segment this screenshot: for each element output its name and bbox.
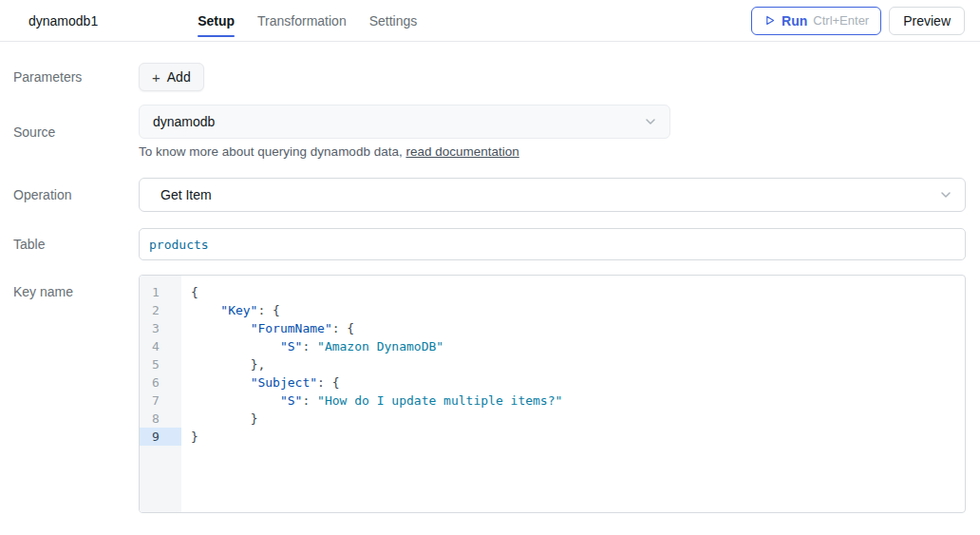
operation-row: Operation Get Item: [0, 178, 966, 212]
preview-button[interactable]: Preview: [889, 7, 965, 35]
key-name-editor[interactable]: 123456789 { "Key": { "ForumName": { "S":…: [139, 275, 966, 513]
editor-code-area[interactable]: { "Key": { "ForumName": { "S": "Amazon D…: [181, 276, 965, 512]
line-number: 6: [140, 373, 181, 392]
line-number: 7: [140, 392, 181, 410]
parameters-label: Parameters: [0, 69, 139, 85]
operation-select[interactable]: Get Item: [139, 178, 966, 212]
tab-settings[interactable]: Settings: [369, 0, 418, 41]
code-line[interactable]: },: [191, 355, 955, 373]
line-number: 3: [140, 319, 181, 337]
line-number: 5: [140, 355, 181, 373]
query-name[interactable]: dynamodb1: [28, 13, 98, 29]
table-input[interactable]: [139, 228, 966, 260]
operation-label: Operation: [0, 187, 139, 202]
code-line[interactable]: "ForumName": {: [191, 319, 955, 337]
line-number: 9: [140, 428, 181, 446]
chevron-down-icon: [643, 114, 658, 129]
tab-setup[interactable]: Setup: [198, 0, 235, 41]
code-line[interactable]: "Subject": {: [191, 373, 955, 392]
play-icon: [763, 14, 776, 27]
code-line[interactable]: }: [191, 410, 955, 428]
tab-bar: Setup Transformation Settings: [198, 0, 417, 41]
run-button[interactable]: Run Ctrl+Enter: [751, 7, 881, 35]
source-select[interactable]: dynamodb: [139, 105, 670, 139]
preview-button-label: Preview: [903, 13, 951, 29]
line-number: 8: [140, 410, 181, 428]
line-number: 1: [140, 283, 181, 301]
add-button-label: Add: [167, 69, 191, 85]
parameters-row: Parameters + Add: [0, 63, 966, 91]
source-row: Source dynamodb To know more about query…: [0, 105, 966, 159]
code-line[interactable]: {: [191, 283, 955, 301]
query-setup-panel: Parameters + Add Source dynamodb To know…: [0, 42, 980, 513]
key-name-row: Key name 123456789 { "Key": { "ForumName…: [0, 275, 966, 513]
topbar-actions: Run Ctrl+Enter Preview: [751, 7, 965, 35]
operation-select-value: Get Item: [160, 187, 212, 202]
tab-transformation[interactable]: Transformation: [257, 0, 347, 41]
run-button-label: Run: [782, 13, 807, 29]
line-number: 2: [140, 301, 181, 319]
table-label: Table: [0, 237, 139, 252]
source-helper-text: To know more about querying dynamodb dat…: [139, 144, 966, 159]
plus-icon: +: [152, 70, 160, 85]
source-label: Source: [0, 124, 139, 140]
code-line[interactable]: "Key": {: [191, 301, 955, 319]
editor-gutter: 123456789: [140, 276, 181, 512]
source-select-value: dynamodb: [153, 114, 215, 129]
code-line[interactable]: "S": "Amazon DynamoDB": [191, 337, 955, 355]
run-shortcut-hint: Ctrl+Enter: [813, 13, 869, 28]
helper-text: To know more about querying dynamodb dat…: [139, 144, 405, 159]
key-name-label: Key name: [0, 275, 139, 299]
query-editor-topbar: dynamodb1 Setup Transformation Settings …: [0, 0, 980, 42]
read-documentation-link[interactable]: read documentation: [405, 144, 518, 159]
chevron-down-icon: [938, 187, 953, 202]
add-parameter-button[interactable]: + Add: [139, 63, 204, 91]
line-number: 4: [140, 337, 181, 355]
code-line[interactable]: "S": "How do I update multiple items?": [191, 392, 955, 410]
code-line[interactable]: }: [191, 428, 955, 446]
table-row: Table: [0, 228, 966, 260]
